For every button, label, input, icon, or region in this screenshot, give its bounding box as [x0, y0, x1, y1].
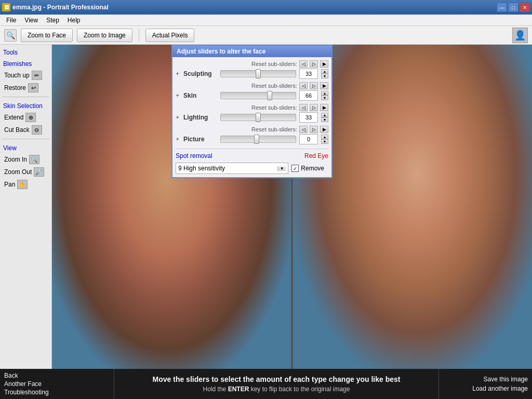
troubleshooting-link[interactable]: Troubleshooting: [4, 389, 110, 396]
sculpting-group: Reset sub-sliders: ◁ ▷ ▶ + Sculpting 33: [176, 60, 328, 79]
picture-reset-btn-3[interactable]: ▶: [320, 126, 328, 133]
zoom-to-face-button[interactable]: Zoom to Face: [21, 29, 73, 42]
picture-reset-row: Reset sub-sliders: ◁ ▷ ▶: [176, 126, 328, 133]
toolbar-separator: [139, 29, 139, 42]
adjust-panel: Adjust sliders to alter the face Reset s…: [171, 45, 332, 178]
zoomin-icon: 🔍: [29, 155, 39, 164]
picture-slider-row: + Picture 0 ▲ ▼: [176, 134, 328, 144]
pan-icon: ✋: [17, 180, 28, 189]
sculpting-value[interactable]: 33: [299, 69, 318, 79]
picture-slider[interactable]: [220, 136, 296, 143]
lighting-reset-label: Reset sub-sliders:: [251, 104, 297, 111]
picture-plus: +: [176, 136, 179, 143]
close-button[interactable]: ✕: [520, 3, 530, 12]
lighting-reset-btn-1[interactable]: ◁: [299, 104, 308, 111]
lighting-up-btn[interactable]: ▲: [321, 113, 328, 117]
save-image-link[interactable]: Save this image: [484, 376, 528, 383]
menu-view[interactable]: View: [20, 16, 42, 25]
sidebar-item-extend[interactable]: Extend ⊕: [2, 112, 49, 123]
sidebar-blemishes-link[interactable]: Blemishes: [2, 58, 49, 69]
spot-removal-link[interactable]: Spot removal: [176, 152, 212, 159]
sculpting-slider[interactable]: [220, 70, 296, 77]
skin-plus: +: [176, 92, 179, 99]
another-face-link[interactable]: Another Face: [4, 380, 110, 388]
picture-label: Picture: [183, 136, 217, 143]
lighting-value[interactable]: 33: [299, 112, 318, 123]
lighting-reset-row: Reset sub-sliders: ◁ ▷ ▶: [176, 104, 328, 111]
skin-reset-btn-2[interactable]: ▷: [310, 82, 318, 89]
titlebar-buttons: — □ ✕: [497, 3, 530, 12]
touchup-icon: ✏: [32, 71, 42, 80]
picture-thumb[interactable]: [254, 135, 259, 144]
remove-checkbox[interactable]: ✓: [291, 165, 299, 172]
sculpting-reset-btn-3[interactable]: ▶: [320, 60, 328, 68]
redeye-section: Red Eye: [304, 152, 328, 159]
sidebar-skin-selection-link[interactable]: Skin Selection: [2, 100, 49, 111]
sidebar-item-cutback[interactable]: Cut Back ⊖: [2, 124, 49, 136]
skin-reset-label: Reset sub-sliders:: [251, 83, 297, 89]
skin-reset-btn-3[interactable]: ▶: [320, 82, 328, 89]
load-image-link[interactable]: Load another image: [472, 385, 528, 392]
menu-help[interactable]: Help: [63, 16, 85, 25]
main-layout: Tools Blemishes Touch up ✏ Restore ↩ Ski…: [0, 45, 532, 369]
sidebar-divider-1: [2, 97, 49, 97]
red-eye-link[interactable]: Red Eye: [304, 152, 328, 159]
skin-down-btn[interactable]: ▼: [321, 96, 328, 100]
skin-value[interactable]: 66: [299, 90, 318, 101]
skin-reset-btn-1[interactable]: ◁: [299, 82, 308, 89]
sculpting-plus: +: [176, 70, 179, 77]
skin-up-btn[interactable]: ▲: [321, 91, 328, 96]
sidebar-item-restore[interactable]: Restore ↩: [2, 82, 49, 94]
extend-icon: ⊕: [25, 113, 36, 122]
portrait-thumbnail-icon: 👤: [512, 28, 528, 43]
lighting-reset-btn-2[interactable]: ▷: [310, 104, 318, 111]
instruction-sub: Hold the ENTER key to flip back to the o…: [203, 385, 350, 393]
menu-step[interactable]: Step: [42, 16, 63, 25]
picture-reset-btn-1[interactable]: ◁: [299, 126, 308, 133]
picture-group: Reset sub-sliders: ◁ ▷ ▶ + Picture 0 ▲: [176, 126, 328, 144]
bottom-bar: Back Another Face Troubleshooting Move t…: [0, 369, 532, 399]
sidebar-item-pan[interactable]: Pan ✋: [2, 179, 49, 190]
picture-down-btn[interactable]: ▼: [321, 139, 328, 144]
sidebar-item-touchup[interactable]: Touch up ✏: [2, 70, 49, 81]
maximize-button[interactable]: □: [508, 3, 518, 12]
lighting-label: Lighting: [183, 114, 217, 121]
minimize-button[interactable]: —: [497, 3, 507, 12]
sculpting-reset-row: Reset sub-sliders: ◁ ▷ ▶: [176, 60, 328, 68]
sidebar-item-zoomout[interactable]: Zoom Out 🔎: [2, 166, 49, 178]
back-link[interactable]: Back: [4, 372, 110, 379]
restore-icon: ↩: [28, 83, 38, 92]
picture-reset-btn-2[interactable]: ▷: [310, 126, 318, 133]
bottom-center: Move the sliders to select the amount of…: [114, 369, 438, 399]
zoomout-icon: 🔎: [34, 167, 44, 177]
lighting-reset-btn-3[interactable]: ▶: [320, 104, 328, 111]
titlebar-title: emma.jpg - Portrait Professional: [12, 4, 109, 11]
lighting-plus: +: [176, 114, 179, 121]
sculpting-reset-label: Reset sub-sliders:: [251, 61, 297, 67]
sculpting-reset-btn-1[interactable]: ◁: [299, 60, 308, 68]
lighting-thumb[interactable]: [256, 113, 261, 122]
sensitivity-dropdown-arrow: ▼: [277, 166, 286, 171]
sculpting-thumb[interactable]: [256, 69, 261, 78]
sculpting-down-btn[interactable]: ▼: [321, 74, 328, 78]
lighting-down-btn[interactable]: ▼: [321, 117, 328, 122]
skin-thumb[interactable]: [267, 91, 272, 100]
lighting-slider[interactable]: [220, 114, 296, 121]
menu-file[interactable]: File: [2, 16, 20, 25]
zoom-to-image-button[interactable]: Zoom to Image: [77, 29, 132, 42]
sensitivity-dropdown[interactable]: 9 High sensitivity ▼: [176, 163, 288, 174]
sculpting-reset-btn-2[interactable]: ▷: [310, 60, 318, 68]
actual-pixels-button[interactable]: Actual Pixels: [145, 29, 195, 42]
skin-spinner: ▲ ▼: [321, 91, 328, 100]
sculpting-up-btn[interactable]: ▲: [321, 69, 328, 74]
zoom-icon: 🔍: [4, 29, 17, 42]
picture-up-btn[interactable]: ▲: [321, 135, 328, 139]
skin-slider[interactable]: [220, 92, 296, 99]
sculpting-slider-row: + Sculpting 33 ▲ ▼: [176, 69, 328, 79]
sidebar-item-zoomin[interactable]: Zoom In 🔍: [2, 154, 49, 165]
skin-group: Reset sub-sliders: ◁ ▷ ▶ + Skin 66 ▲: [176, 82, 328, 101]
sculpting-spinner: ▲ ▼: [321, 69, 328, 78]
cutback-icon: ⊖: [32, 125, 42, 135]
picture-value[interactable]: 0: [299, 134, 318, 144]
sidebar-tools-title: Tools: [2, 47, 49, 57]
